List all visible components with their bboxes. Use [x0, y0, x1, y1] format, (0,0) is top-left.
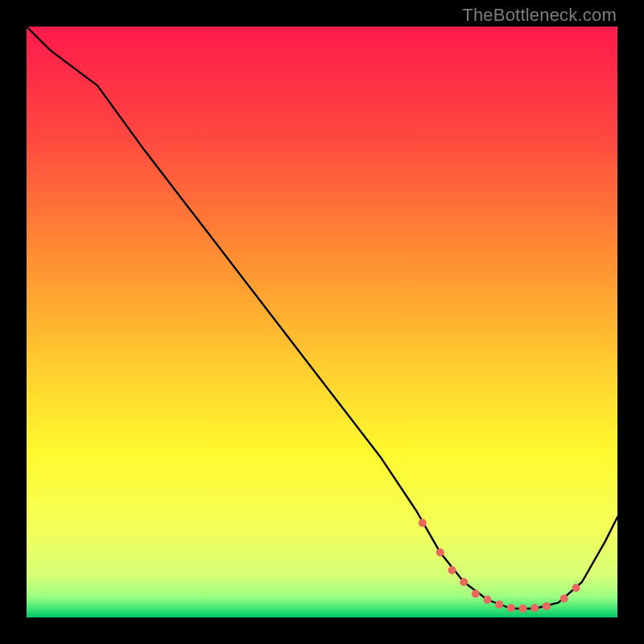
marker-point	[519, 605, 527, 613]
marker-point	[495, 601, 503, 609]
marker-point	[484, 596, 492, 604]
marker-point	[572, 584, 580, 592]
marker-point	[507, 604, 515, 612]
marker-point	[560, 595, 568, 603]
marker-point	[543, 602, 551, 610]
plot-area	[27, 27, 617, 617]
chart-frame: TheBottleneck.com	[0, 0, 644, 644]
marker-point	[436, 548, 444, 556]
marker-point	[530, 604, 539, 612]
marker-point	[448, 566, 456, 574]
marker-point	[472, 590, 480, 598]
watermark-text: TheBottleneck.com	[462, 5, 617, 26]
marker-point	[419, 519, 427, 527]
bottleneck-curve	[27, 27, 617, 609]
marker-point	[460, 578, 468, 586]
curve-layer	[27, 27, 617, 617]
